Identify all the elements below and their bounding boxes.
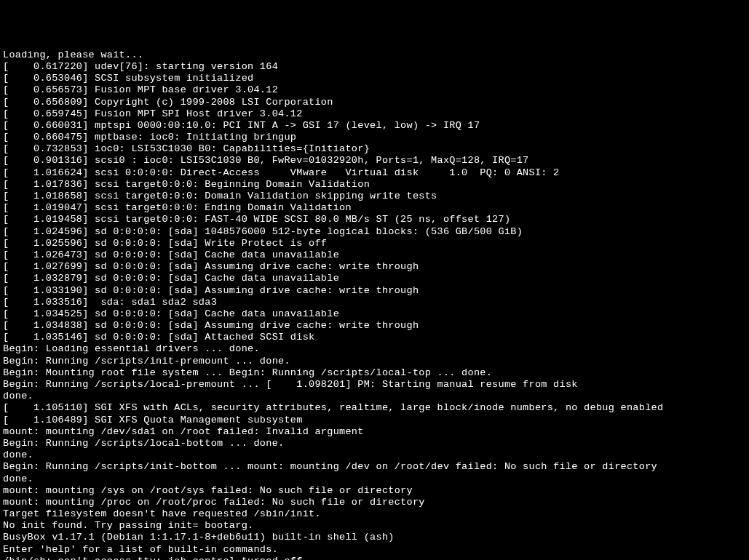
- kernel-log-line: [ 0.656573] Fusion MPT base driver 3.04.…: [3, 84, 746, 96]
- kernel-log-line: [ 1.017836] scsi target0:0:0: Beginning …: [3, 179, 746, 191]
- kernel-log-line: [ 0.901316] scsi0 : ioc0: LSI53C1030 B0,…: [3, 155, 746, 167]
- kernel-log-line: [ 1.033190] sd 0:0:0:0: [sda] Assuming d…: [3, 285, 746, 297]
- kernel-log-line: [ 0.660031] mptspi 0000:00:10.0: PCI INT…: [3, 120, 746, 132]
- kernel-log-line: [ 1.027699] sd 0:0:0:0: [sda] Assuming d…: [3, 261, 746, 273]
- boot-script-line: mount: mounting /proc on /root/proc fail…: [3, 497, 746, 508]
- boot-script-line: done.: [3, 391, 746, 402]
- kernel-log-line: [ 1.024596] sd 0:0:0:0: [sda] 1048576000…: [3, 226, 746, 238]
- boot-script-line: Begin: Running /scripts/init-premount ..…: [3, 356, 746, 367]
- boot-script-line: BusyBox v1.17.1 (Debian 1:1.17.1-8+deb6u…: [3, 532, 746, 543]
- boot-script-line: Begin: Mounting root file system ... Beg…: [3, 367, 746, 379]
- kernel-log-line: [ 0.653046] SCSI subsystem initialized: [3, 73, 746, 84]
- kernel-log-line: [ 0.660475] mptbase: ioc0: Initiating br…: [3, 132, 746, 143]
- kernel-log-line: [ 1.034838] sd 0:0:0:0: [sda] Assuming d…: [3, 320, 746, 332]
- kernel-log-line: [ 1.034525] sd 0:0:0:0: [sda] Cache data…: [3, 308, 746, 320]
- kernel-log-line: [ 0.659745] Fusion MPT SPI Host driver 3…: [3, 108, 746, 120]
- kernel-log-line: [ 0.617220] udev[76]: starting version 1…: [3, 61, 746, 73]
- kernel-log-line: [ 1.016624] scsi 0:0:0:0: Direct-Access …: [3, 167, 746, 179]
- boot-script-line: Begin: Running /scripts/local-bottom ...…: [3, 438, 746, 449]
- boot-script-line: mount: mounting /sys on /root/sys failed…: [3, 485, 746, 497]
- boot-script-line: Begin: Loading essential drivers ... don…: [3, 343, 746, 355]
- boot-script-line: No init found. Try passing init= bootarg…: [3, 520, 746, 532]
- boot-script-line: Begin: Running /scripts/local-premount .…: [3, 379, 746, 391]
- kernel-log-line: [ 1.035146] sd 0:0:0:0: [sda] Attached S…: [3, 332, 746, 343]
- boot-script-line: done.: [3, 449, 746, 461]
- kernel-log-line: [ 1.033516] sda: sda1 sda2 sda3: [3, 297, 746, 308]
- terminal-output: Loading, please wait...[ 0.617220] udev[…: [3, 49, 746, 560]
- boot-script-line: [ 1.105110] SGI XFS with ACLs, security …: [3, 402, 746, 414]
- kernel-log-line: [ 1.026473] sd 0:0:0:0: [sda] Cache data…: [3, 249, 746, 261]
- boot-script-line: Enter 'help' for a list of built-in comm…: [3, 544, 746, 556]
- loading-header: Loading, please wait...: [3, 49, 746, 61]
- boot-script-line: mount: mounting /dev/sda1 on /root faile…: [3, 426, 746, 438]
- boot-script-line: Begin: Running /scripts/init-bottom ... …: [3, 461, 746, 473]
- boot-script-line: [ 1.106489] SGI XFS Quota Management sub…: [3, 415, 746, 426]
- boot-script-line: done.: [3, 473, 746, 485]
- kernel-log-line: [ 1.025596] sd 0:0:0:0: [sda] Write Prot…: [3, 238, 746, 249]
- boot-script-line: /bin/sh: can't access tty; job control t…: [3, 556, 746, 560]
- boot-script-line: Target filesystem doesn't have requested…: [3, 508, 746, 520]
- kernel-log-line: [ 1.019458] scsi target0:0:0: FAST-40 WI…: [3, 214, 746, 225]
- kernel-log-line: [ 1.018658] scsi target0:0:0: Domain Val…: [3, 191, 746, 202]
- kernel-log-line: [ 0.656809] Copyright (c) 1999-2008 LSI …: [3, 97, 746, 108]
- kernel-log-line: [ 0.732853] ioc0: LSI53C1030 B0: Capabil…: [3, 143, 746, 155]
- kernel-log-line: [ 1.019047] scsi target0:0:0: Ending Dom…: [3, 202, 746, 214]
- kernel-log-line: [ 1.032879] sd 0:0:0:0: [sda] Cache data…: [3, 273, 746, 284]
